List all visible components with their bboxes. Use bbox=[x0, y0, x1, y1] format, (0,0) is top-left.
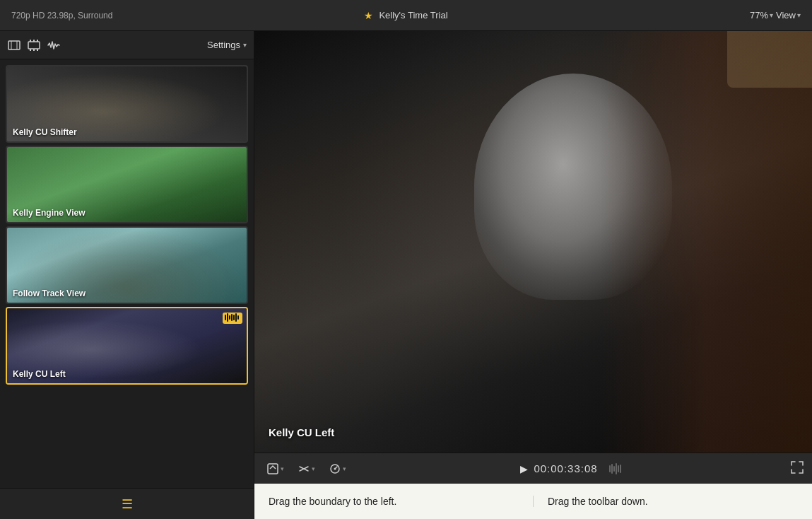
top-bar: 720p HD 23.98p, Surround ★ Kelly's Time … bbox=[0, 0, 812, 31]
annotation-left: Drag the boundary to the left. bbox=[254, 496, 534, 507]
car-interior-right bbox=[600, 31, 812, 453]
filmstrip-icon[interactable] bbox=[27, 38, 41, 52]
view-label: View bbox=[776, 10, 796, 21]
fullscreen-button[interactable] bbox=[791, 461, 804, 477]
right-panel: Kelly CU Left ▾ bbox=[254, 31, 812, 519]
zoom-dropdown[interactable]: 77% ▾ bbox=[750, 10, 773, 21]
svg-point-19 bbox=[334, 467, 336, 470]
project-title-area: ★ Kelly's Time Trial bbox=[274, 10, 537, 21]
format-label: 720p HD 23.98p, Surround bbox=[11, 11, 274, 21]
svg-rect-7 bbox=[30, 49, 31, 51]
settings-label: Settings bbox=[207, 40, 240, 50]
speed-tool-button[interactable]: ▾ bbox=[325, 460, 351, 477]
clip-label-left: Kelly CU Left bbox=[13, 369, 66, 379]
svg-rect-6 bbox=[37, 40, 38, 42]
waveform-icon[interactable] bbox=[47, 38, 61, 52]
playback-bar: ▾ ▾ ▾ bbox=[254, 453, 812, 484]
clip-badge-left bbox=[223, 313, 242, 324]
view-controls: 77% ▾ View ▾ bbox=[538, 10, 801, 21]
view-dropdown[interactable]: View ▾ bbox=[776, 10, 801, 21]
timecode-display: 00:00:33:08 bbox=[534, 462, 597, 474]
video-preview[interactable]: Kelly CU Left bbox=[254, 31, 812, 453]
svg-rect-11 bbox=[227, 313, 228, 322]
left-panel: Settings ▾ Kelly CU Shifter Kelly Engine… bbox=[0, 31, 254, 519]
annotation-left-text: Drag the boundary to the left. bbox=[269, 496, 396, 507]
zoom-percent: 77% bbox=[750, 10, 768, 21]
clip-item-left[interactable]: Kelly CU Left bbox=[6, 307, 248, 385]
svg-rect-5 bbox=[33, 40, 35, 42]
svg-rect-4 bbox=[30, 40, 31, 42]
audio-badge-icon bbox=[225, 313, 240, 323]
clip-icon[interactable] bbox=[7, 38, 21, 52]
video-clip-label: Kelly CU Left bbox=[269, 426, 334, 438]
annotation-row: Drag the boundary to the left. Drag the … bbox=[254, 484, 812, 519]
svg-rect-10 bbox=[225, 315, 226, 320]
svg-rect-13 bbox=[231, 314, 233, 321]
angle-tool-chevron-icon: ▾ bbox=[281, 465, 284, 472]
settings-button[interactable]: Settings ▾ bbox=[207, 40, 247, 50]
clip-list: Kelly CU Shifter Kelly Engine View Follo… bbox=[0, 59, 254, 488]
star-icon: ★ bbox=[364, 10, 373, 21]
mini-waveform bbox=[609, 463, 621, 474]
main-layout: Settings ▾ Kelly CU Shifter Kelly Engine… bbox=[0, 31, 812, 519]
svg-rect-16 bbox=[237, 315, 239, 320]
svg-rect-9 bbox=[37, 49, 38, 51]
clip-label-shifter: Kelly CU Shifter bbox=[13, 127, 77, 137]
settings-chevron-icon: ▾ bbox=[243, 41, 247, 49]
bottom-controls-area: ▾ ▾ ▾ bbox=[254, 453, 812, 519]
svg-rect-15 bbox=[235, 313, 237, 322]
speed-tool-chevron-icon: ▾ bbox=[343, 465, 346, 472]
svg-rect-14 bbox=[233, 315, 235, 320]
clip-label-engine: Kelly Engine View bbox=[13, 208, 85, 218]
svg-rect-12 bbox=[229, 315, 230, 320]
list-view-icon[interactable]: ☰ bbox=[122, 496, 133, 512]
trim-tool-button[interactable]: ▾ bbox=[294, 460, 319, 477]
playback-center: ▶ 00:00:33:08 bbox=[358, 462, 784, 474]
clip-item-track[interactable]: Follow Track View bbox=[6, 226, 248, 304]
annotation-right-text: Drag the toolbar down. bbox=[548, 496, 648, 507]
project-title: Kelly's Time Trial bbox=[379, 10, 447, 21]
svg-rect-8 bbox=[33, 49, 35, 51]
clip-item-engine[interactable]: Kelly Engine View bbox=[6, 146, 248, 223]
clip-browser-toolbar: Settings ▾ bbox=[0, 31, 254, 59]
svg-rect-3 bbox=[28, 42, 40, 49]
top-right-highlight bbox=[727, 31, 812, 88]
annotation-right: Drag the toolbar down. bbox=[534, 496, 812, 507]
svg-rect-0 bbox=[8, 41, 20, 49]
zoom-chevron-icon: ▾ bbox=[770, 11, 773, 19]
left-panel-bottom: ☰ bbox=[0, 488, 254, 519]
clip-label-track: Follow Track View bbox=[13, 288, 86, 298]
view-chevron-icon: ▾ bbox=[797, 11, 801, 19]
trim-tool-chevron-icon: ▾ bbox=[312, 465, 315, 472]
playback-tools-left: ▾ ▾ ▾ bbox=[263, 460, 351, 477]
playback-tools-right bbox=[791, 461, 804, 477]
angle-tool-button[interactable]: ▾ bbox=[263, 460, 288, 477]
play-icon[interactable]: ▶ bbox=[520, 463, 528, 474]
clip-item-shifter[interactable]: Kelly CU Shifter bbox=[6, 65, 248, 143]
